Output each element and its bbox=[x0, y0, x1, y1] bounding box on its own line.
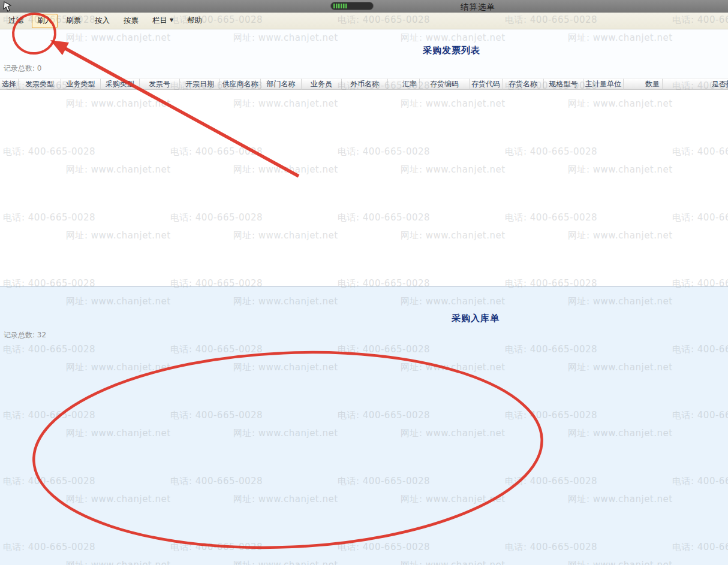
dropdown-caret-icon: ▼ bbox=[170, 18, 173, 23]
header-cell[interactable]: 发票号 bbox=[140, 78, 180, 90]
toolbar-button-label: 刷票 bbox=[66, 16, 81, 26]
toolbar-button-help[interactable]: 帮助 bbox=[182, 14, 207, 28]
header-cell[interactable]: 存货代码 bbox=[470, 78, 503, 90]
purchase-receipt-section bbox=[0, 286, 728, 565]
header-cell[interactable]: 数量 bbox=[624, 78, 663, 90]
header-cell[interactable]: 开票日期 bbox=[180, 78, 220, 90]
toolbar-button-pick-in[interactable]: 按入 bbox=[89, 14, 115, 28]
toolbar: 过滤刷入刷票按入按票栏目▼帮助 bbox=[0, 13, 728, 29]
toolbar-button-label: 刷入 bbox=[37, 16, 52, 26]
toolbar-button-label: 栏目 bbox=[152, 16, 167, 26]
header-cell[interactable]: 汇率 bbox=[388, 78, 420, 90]
settlement-selection-window: 结算选单 过滤刷入刷票按入按票栏目▼帮助 采购发票列表 记录总数: 0 选择发票… bbox=[0, 0, 728, 565]
receipt-section-title: 采购入库单 bbox=[452, 313, 500, 324]
header-cell[interactable]: 采购类型 bbox=[101, 78, 140, 90]
header-cell[interactable]: 规格型号 bbox=[544, 78, 583, 90]
receipt-record-count: 记录总数: 32 bbox=[4, 330, 46, 340]
header-cell[interactable]: 外币名称 bbox=[342, 78, 388, 90]
mouse-cursor-icon bbox=[2, 1, 14, 13]
header-cell[interactable]: 部门名称 bbox=[261, 78, 302, 90]
header-cell[interactable]: 业务类型 bbox=[61, 78, 101, 90]
header-cell[interactable]: 业务员 bbox=[302, 78, 342, 90]
toolbar-button-pick-invoice[interactable]: 按票 bbox=[118, 14, 144, 28]
invoice-record-count: 记录总数: 0 bbox=[4, 64, 42, 74]
recording-indicator-icon bbox=[330, 2, 374, 10]
invoice-table-body[interactable] bbox=[0, 90, 728, 286]
invoice-table-header: 选择发票类型业务类型采购类型发票号开票日期供应商名称部门名称业务员外币名称汇率存… bbox=[0, 78, 728, 90]
header-cell[interactable]: 是否扣 bbox=[663, 78, 728, 90]
invoice-section-title: 采购发票列表 bbox=[423, 45, 480, 56]
toolbar-button-columns[interactable]: 栏目▼ bbox=[147, 14, 179, 28]
header-cell[interactable]: 选择 bbox=[0, 78, 19, 90]
header-cell[interactable]: 主计量单位 bbox=[583, 78, 624, 90]
window-title: 结算选单 bbox=[461, 2, 495, 13]
header-cell[interactable]: 供应商名称 bbox=[220, 78, 261, 90]
toolbar-button-filter[interactable]: 过滤 bbox=[3, 14, 29, 28]
header-cell[interactable]: 发票类型 bbox=[19, 78, 61, 90]
toolbar-button-label: 过滤 bbox=[8, 16, 23, 26]
purchase-invoice-section: 采购发票列表 记录总数: 0 选择发票类型业务类型采购类型发票号开票日期供应商名… bbox=[0, 29, 728, 286]
toolbar-button-label: 按票 bbox=[124, 16, 139, 26]
header-cell[interactable]: 存货编码 bbox=[420, 78, 470, 90]
toolbar-button-brush-invoice[interactable]: 刷票 bbox=[61, 14, 86, 28]
toolbar-button-label: 按入 bbox=[95, 16, 110, 26]
toolbar-button-label: 帮助 bbox=[187, 16, 202, 26]
header-cell[interactable]: 存货名称 bbox=[503, 78, 544, 90]
toolbar-button-brush-in[interactable]: 刷入 bbox=[32, 14, 58, 28]
